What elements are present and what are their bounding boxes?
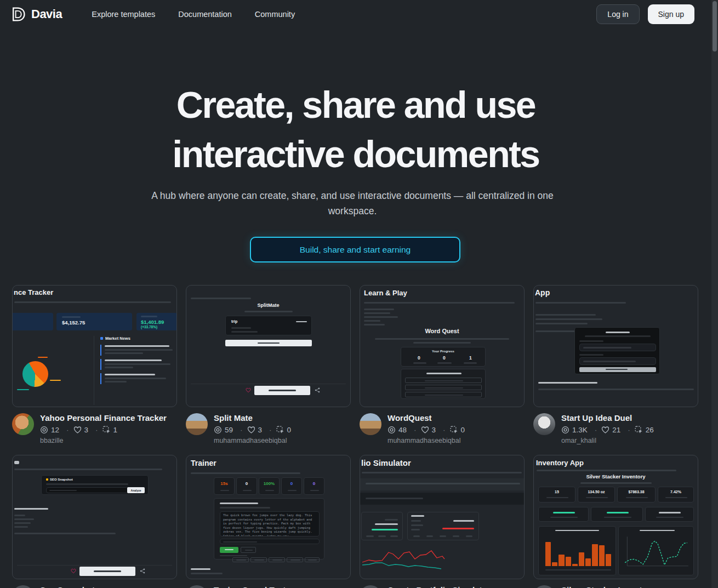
typing-panel: The quick brown fox jumps over the lazy … [214,498,324,560]
allocation-pie-chart [22,361,48,387]
author-avatar[interactable] [533,585,555,588]
bolt-icon [46,478,48,481]
text-line [535,314,596,316]
text-line [14,508,48,510]
value-tile [591,507,643,522]
cta-button[interactable]: Build, share and start earning [250,237,460,262]
author-avatar[interactable] [360,413,381,435]
text-line [14,515,25,516]
text-line [411,524,423,526]
card-title[interactable]: Yahoo Personal Finance Tracker [40,413,167,423]
views-icon [388,426,396,434]
share-icon [315,387,320,393]
stat-value: 134.50 oz [578,490,614,494]
text-line [390,535,398,537]
template-card-seo-snapshot[interactable]: SEO Snapshot Analyze [12,455,177,588]
template-card-idea-duel[interactable]: App [533,285,698,444]
card-stats: 1.3K 21 26 [561,426,654,434]
progress-value: 0 [443,355,446,361]
axis-line [545,569,611,570]
seo-panel-header: SEO Snapshot [46,478,73,481]
uses-icon [635,426,643,434]
template-card-portfolio-simulator[interactable]: lio Simulator [360,455,525,588]
value-tile [538,507,589,522]
card-title[interactable]: Typing Speed Test [214,585,286,588]
card-title[interactable]: Split Mate [214,413,291,423]
card-author[interactable]: omar_khalil [561,437,654,444]
views-icon [40,426,48,434]
sample-text-box: The quick brown fox jumps over the lazy … [220,511,320,536]
pie-label [38,357,48,358]
like-icon [71,568,76,574]
text-line [14,461,19,464]
signup-button[interactable]: Sign up [648,4,694,24]
text-line [375,338,509,340]
stat-value: 0 [282,481,301,486]
text-line [535,302,626,304]
text-line [546,497,568,498]
author-avatar[interactable] [12,413,34,435]
divider [94,336,94,405]
card-title[interactable]: Silver Stacker Inventory [561,585,655,588]
template-card-split-mate[interactable]: SplitMate trip Split Mate [186,285,351,444]
stat-tile: $7863.38 [617,487,656,503]
scrollbar-thumb[interactable] [713,1,717,52]
idea-duel-preview: App [533,285,698,407]
views-count: 12 [51,426,59,434]
nav-link-explore-templates[interactable]: Explore templates [92,10,155,19]
card-author[interactable]: muhammadhaseebiqbal [388,437,465,444]
trip-card: trip [225,316,312,335]
text-line [366,535,374,537]
text-line [220,555,247,556]
portfolio-simulator-preview: lio Simulator [360,455,525,579]
text-line [362,472,522,473]
template-card-finance-tracker[interactable]: nce Tracker $4,152.75 $1,401.89 (+33.78%… [12,285,177,444]
text-line [411,520,421,522]
template-card-wordquest[interactable]: Learn & Play Word Quest Your Progress 0 … [360,285,525,444]
app-title: Word Quest [360,328,524,334]
nav-link-community[interactable]: Community [255,10,295,19]
stat-tile: 134.50 oz [578,487,615,503]
text-line [265,490,274,491]
text-line [272,560,282,561]
reset-button [241,547,256,553]
card-title[interactable]: Start Up Idea Duel [561,413,654,423]
template-card-typing-test[interactable]: Trainer 15s 0 100% 0 0 [186,455,351,588]
author-avatar[interactable] [186,413,208,435]
card-footer: Yahoo Personal Finance Tracker 12 3 1 [12,413,177,444]
seo-snapshot-preview: SEO Snapshot Analyze [12,455,177,579]
text-line [14,469,162,470]
nav-link-documentation[interactable]: Documentation [178,10,232,19]
author-avatar[interactable] [533,413,555,435]
card-author[interactable]: muhammadhaseebiqbal [214,437,291,444]
card-title[interactable]: Crypto Portfolio Simulator [388,585,491,588]
heart-icon [73,426,82,434]
card-footer: Crypto Portfolio Simulator [360,585,525,588]
text-line [626,497,648,498]
author-avatar[interactable] [12,585,34,588]
holdings-panel [361,512,403,540]
toolbar-band [360,493,525,505]
card-author[interactable]: bbazille [40,437,167,444]
author-avatar[interactable] [186,585,208,588]
text-line [191,472,300,474]
market-news-title: Market News [105,336,130,341]
views-icon [214,426,222,434]
card-stats: 12 3 1 [40,426,167,434]
text-line [413,535,420,537]
news-item [100,359,173,370]
scrollbar-track[interactable] [711,0,718,588]
text-line [606,369,628,370]
author-avatar[interactable] [360,585,381,588]
gain-value: $1,401.89 [141,319,164,325]
text-line [288,490,297,491]
card-title[interactable]: Seo Snapshot [40,585,95,588]
stat-tile: $1,401.89 (+33.78%) [136,313,177,330]
views-stat: 59 [214,426,247,434]
card-title[interactable]: WordQuest [388,413,465,423]
views-stat: 1.3K [561,426,601,434]
text-line [604,517,631,518]
template-card-silver-inventory[interactable]: Inventory App Silver Stacker Inventory 1… [533,455,698,588]
login-button[interactable]: Log in [596,4,639,24]
likes-count: 3 [84,426,89,434]
